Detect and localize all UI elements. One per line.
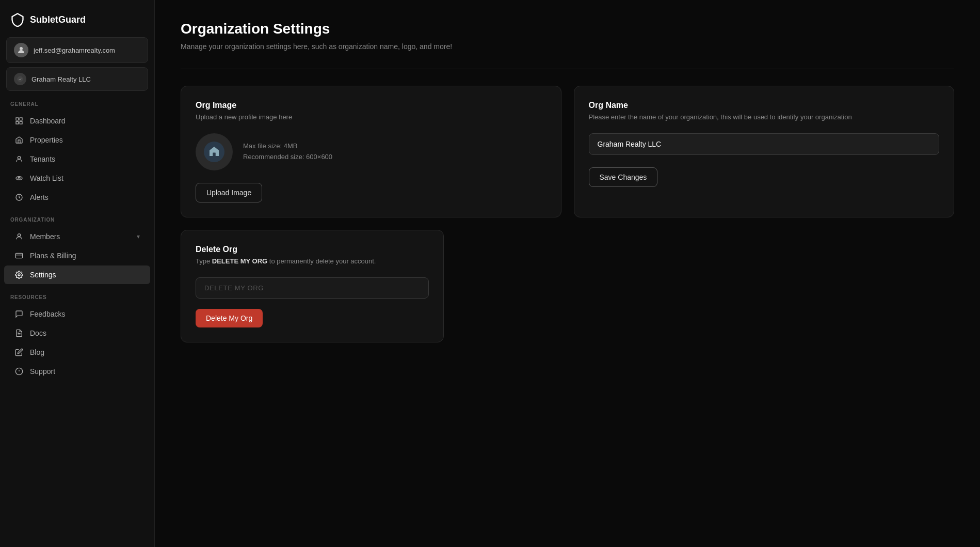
sidebar-item-docs[interactable]: Docs <box>4 324 150 342</box>
svg-point-6 <box>18 157 20 159</box>
recommended-size-label: Recommended size: 600×600 <box>243 152 332 163</box>
delete-description-prefix: Type <box>196 257 212 265</box>
sidebar-item-feedbacks[interactable]: Feedbacks <box>4 305 150 323</box>
upload-image-button[interactable]: Upload Image <box>196 183 262 202</box>
svg-point-8 <box>18 177 20 179</box>
svg-point-10 <box>18 234 20 237</box>
sidebar-alerts-label: Alerts <box>30 193 140 201</box>
save-changes-button[interactable]: Save Changes <box>589 167 658 187</box>
sidebar-properties-label: Properties <box>30 136 140 144</box>
sidebar-billing-label: Plans & Billing <box>30 252 140 260</box>
main-content: Organization Settings Manage your organi… <box>155 0 980 547</box>
org-name-card-description: Please enter the name of your organizati… <box>589 113 940 121</box>
sidebar-item-properties[interactable]: Properties <box>4 131 150 149</box>
org-name-input[interactable] <box>589 133 940 155</box>
delete-description-suffix: to permanently delete your account. <box>267 257 376 265</box>
org-image-card-title: Org Image <box>196 101 547 110</box>
top-cards-row: Org Image Upload a new profile image her… <box>181 86 954 217</box>
sidebar-organization-group: ORGANIZATION Members ▾ Plans & Billing S… <box>0 217 154 284</box>
user-email: jeff.sed@grahamrealty.com <box>34 46 115 54</box>
sidebar-item-blog[interactable]: Blog <box>4 343 150 362</box>
svg-rect-5 <box>20 121 22 124</box>
sidebar-blog-label: Blog <box>30 348 140 356</box>
sidebar-item-billing[interactable]: Plans & Billing <box>4 246 150 265</box>
page-title: Organization Settings <box>181 21 954 37</box>
delete-description-keyword: DELETE MY ORG <box>212 257 267 265</box>
sidebar-support-label: Support <box>30 367 140 376</box>
org-image-card: Org Image Upload a new profile image her… <box>181 86 561 217</box>
sidebar-dashboard-label: Dashboard <box>30 117 140 125</box>
sidebar-logo: SubletGuard <box>0 8 154 37</box>
info-icon <box>14 367 24 376</box>
divider <box>181 69 954 69</box>
svg-point-0 <box>20 47 23 50</box>
shield-icon <box>10 12 25 27</box>
delete-org-card-title: Delete Org <box>196 245 429 254</box>
chevron-down-icon: ▾ <box>137 233 140 240</box>
image-upload-area: Max file size: 4MB Recommended size: 600… <box>196 133 547 170</box>
org-name-sidebar: Graham Realty LLC <box>31 75 91 83</box>
delete-confirmation-input[interactable] <box>196 277 429 299</box>
card-icon <box>14 251 24 260</box>
sidebar-feedbacks-label: Feedbacks <box>30 310 140 318</box>
user-profile[interactable]: jeff.sed@grahamrealty.com <box>6 37 148 63</box>
message-icon <box>14 309 24 319</box>
sidebar-resources-group: RESOURCES Feedbacks Docs Blog Support <box>0 294 154 381</box>
page-subtitle: Manage your organization settings here, … <box>181 41 954 52</box>
sidebar-item-dashboard[interactable]: Dashboard <box>4 112 150 130</box>
file-size-label: Max file size: 4MB <box>243 141 332 152</box>
sidebar-item-tenants[interactable]: Tenants <box>4 150 150 168</box>
delete-org-button[interactable]: Delete My Org <box>196 309 263 327</box>
clock-icon <box>14 193 24 202</box>
org-name-card-title: Org Name <box>589 101 940 110</box>
grid-icon <box>14 116 24 126</box>
delete-org-card: Delete Org Type DELETE MY ORG to permane… <box>181 230 444 342</box>
sidebar-item-support[interactable]: Support <box>4 362 150 381</box>
org-avatar <box>196 133 233 170</box>
sidebar-settings-label: Settings <box>30 271 140 279</box>
sidebar-general-group: GENERAL Dashboard Properties Tenants Wat… <box>0 101 154 207</box>
general-section-label: GENERAL <box>0 101 154 111</box>
org-name-card: Org Name Please enter the name of your o… <box>574 86 955 217</box>
sidebar-tenants-label: Tenants <box>30 155 140 163</box>
org-icon <box>14 73 26 85</box>
app-name: SubletGuard <box>30 14 86 25</box>
svg-rect-4 <box>16 121 19 124</box>
svg-rect-11 <box>15 253 22 258</box>
sidebar-members-label: Members <box>30 232 131 241</box>
avatar <box>14 43 28 57</box>
svg-point-12 <box>18 274 20 276</box>
edit-icon <box>14 348 24 357</box>
user-icon <box>14 154 24 164</box>
eye-icon <box>14 174 24 183</box>
members-user-icon <box>14 232 24 241</box>
resources-section-label: RESOURCES <box>0 294 154 304</box>
organization-section-label: ORGANIZATION <box>0 217 154 227</box>
delete-org-description: Type DELETE MY ORG to permanently delete… <box>196 257 429 265</box>
home-icon <box>14 135 24 145</box>
sidebar-watchlist-label: Watch List <box>30 174 140 182</box>
svg-point-1 <box>17 76 23 82</box>
gear-icon <box>14 270 24 279</box>
svg-rect-3 <box>20 118 22 120</box>
sidebar-item-alerts[interactable]: Alerts <box>4 188 150 207</box>
doc-icon <box>14 329 24 338</box>
sidebar: SubletGuard jeff.sed@grahamrealty.com Gr… <box>0 0 155 547</box>
sidebar-item-settings[interactable]: Settings <box>4 265 150 284</box>
image-info: Max file size: 4MB Recommended size: 600… <box>243 141 332 163</box>
sidebar-item-members[interactable]: Members ▾ <box>4 227 150 246</box>
svg-rect-2 <box>16 118 19 120</box>
org-selector[interactable]: Graham Realty LLC <box>6 67 148 91</box>
sidebar-docs-label: Docs <box>30 329 140 337</box>
sidebar-item-watchlist[interactable]: Watch List <box>4 169 150 187</box>
org-image-card-description: Upload a new profile image here <box>196 113 547 121</box>
